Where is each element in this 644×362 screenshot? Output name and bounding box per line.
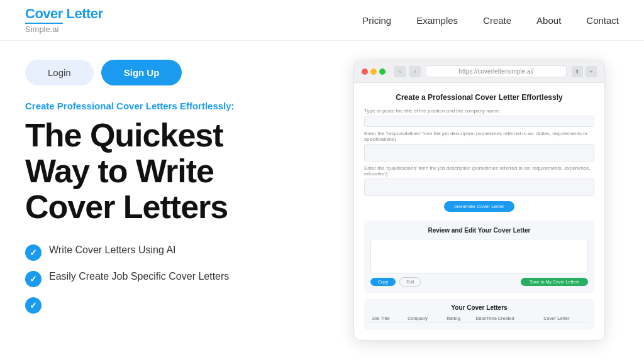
input-position — [364, 116, 594, 127]
input-responsibilities — [364, 144, 594, 162]
feature-text-1: Write Cover Letters Using AI — [49, 243, 176, 257]
dot-green — [379, 69, 386, 75]
main-content: Login Sign Up Create Professional Cover … — [0, 41, 644, 341]
col-job-title: Job Title — [369, 315, 405, 322]
logo-underline — [25, 23, 63, 24]
features-list: Write Cover Letters Using AI Easily Crea… — [25, 243, 314, 314]
browser-url-bar: https://coverlettersimple.ai/ — [426, 65, 567, 77]
table-section: Your Cover Letters Job Title Company Rat… — [364, 299, 594, 330]
main-nav: Pricing Examples Create About Contact — [362, 15, 619, 26]
nav-back-icon: ‹ — [394, 66, 406, 77]
nav-about[interactable]: About — [536, 15, 561, 26]
tagline: Create Professional Cover Letters Effort… — [25, 101, 314, 111]
dot-yellow — [370, 69, 377, 75]
review-title: Review and Edit Your Cover Letter — [370, 227, 588, 234]
check-icon-1 — [25, 244, 42, 261]
table-row — [369, 322, 589, 326]
nav-examples[interactable]: Examples — [416, 15, 458, 26]
logo-letter: Letter — [66, 6, 103, 21]
nav-pricing[interactable]: Pricing — [362, 15, 391, 26]
browser-action-buttons: ⬆ + — [572, 66, 597, 77]
check-icon-3 — [25, 297, 42, 314]
dot-red — [362, 69, 368, 75]
logo-cover: Cover — [25, 6, 66, 21]
field-label-1: Type or paste the title of the position … — [364, 108, 594, 114]
col-company: Company — [405, 315, 444, 322]
field-label-3: Enter the 'qualifications' from the job … — [364, 165, 594, 177]
browser-add-icon: + — [586, 66, 597, 77]
input-section: Create a Professional Cover Letter Effor… — [364, 93, 594, 212]
browser-mockup: ‹ › https://coverlettersimple.ai/ ⬆ + Cr… — [353, 60, 605, 341]
nav-contact[interactable]: Contact — [586, 15, 619, 26]
nav-create[interactable]: Create — [483, 15, 511, 26]
browser-bar: ‹ › https://coverlettersimple.ai/ ⬆ + — [354, 60, 604, 83]
col-rating: Rating — [444, 315, 473, 322]
table-title: Your Cover Letters — [369, 304, 589, 311]
header: Cover Letter Simple.ai Pricing Examples … — [0, 0, 644, 41]
review-action-buttons: Copy Edit Save to My Cover Letters — [370, 277, 588, 287]
check-icon-2 — [25, 271, 42, 287]
browser-share-icon: ⬆ — [572, 66, 583, 77]
browser-dots — [362, 69, 386, 75]
left-column: Login Sign Up Create Professional Cover … — [25, 60, 314, 341]
feature-item-3 — [25, 296, 314, 314]
input-qualifications — [364, 178, 594, 196]
feature-item-2: Easily Create Job Specific Cover Letters — [25, 270, 314, 287]
browser-nav: ‹ › — [394, 66, 421, 77]
nav-forward-icon: › — [409, 66, 421, 77]
signup-button[interactable]: Sign Up — [101, 60, 182, 85]
col-date: Date/Time Created — [473, 315, 541, 322]
logo: Cover Letter Simple.ai — [25, 6, 103, 34]
col-cover-letter: Cover Letter — [541, 315, 589, 322]
review-section: Review and Edit Your Cover Letter Copy E… — [364, 221, 594, 293]
save-button[interactable]: Save to My Cover Letters — [521, 278, 588, 286]
feature-text-2: Easily Create Job Specific Cover Letters — [49, 270, 229, 283]
field-label-2: Enter the 'responsibilities' from the jo… — [364, 131, 594, 142]
cover-letter-editor — [370, 239, 588, 273]
headline: The Quickest Way to Write Cover Letters — [25, 118, 314, 226]
logo-simpleai: Simple.ai — [25, 25, 103, 34]
edit-button[interactable]: Edit — [399, 277, 421, 287]
copy-button[interactable]: Copy — [370, 278, 396, 286]
right-column: ‹ › https://coverlettersimple.ai/ ⬆ + Cr… — [340, 60, 619, 341]
generate-button[interactable]: Generate Cover Letter — [444, 201, 514, 212]
auth-buttons: Login Sign Up — [25, 60, 314, 85]
feature-item-1: Write Cover Letters Using AI — [25, 243, 314, 261]
cover-letters-table: Job Title Company Rating Date/Time Creat… — [369, 315, 589, 325]
login-button[interactable]: Login — [25, 60, 94, 85]
app-title: Create a Professional Cover Letter Effor… — [364, 93, 594, 102]
browser-content: Create a Professional Cover Letter Effor… — [354, 83, 604, 340]
